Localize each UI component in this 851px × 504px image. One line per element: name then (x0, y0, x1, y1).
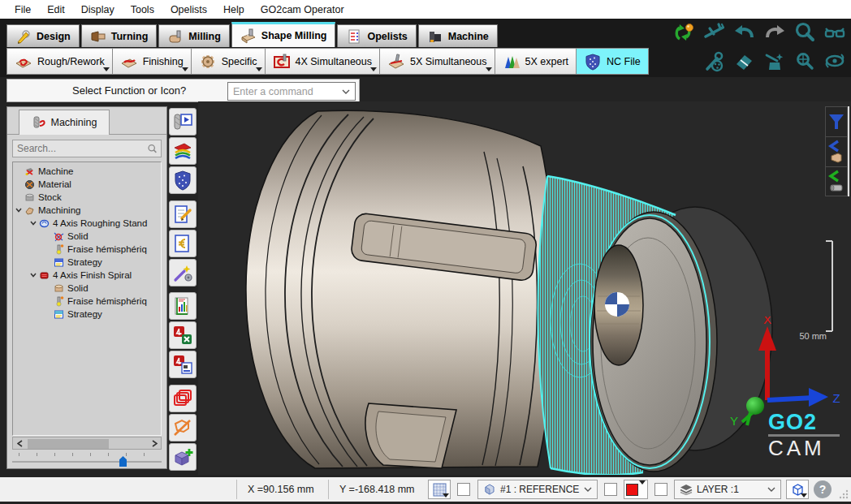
machining-node-icon (24, 205, 35, 216)
solid-cyl-icon (54, 283, 64, 294)
tree-item-machining[interactable]: Machining (13, 204, 161, 217)
filter-button[interactable] (825, 106, 848, 136)
menu-go2cam-operator[interactable]: GO2cam Operator (253, 0, 352, 19)
help-button[interactable]: ? (814, 480, 832, 498)
5x-toolpath-icon (387, 53, 405, 71)
prev-part-button[interactable] (825, 136, 848, 166)
expander-icon[interactable] (28, 221, 39, 226)
subtab-nc-file[interactable]: NC File (577, 48, 649, 75)
simulation-button[interactable] (169, 108, 197, 136)
y-coordinate-readout: Y =-168.418 mm (339, 484, 415, 495)
eraser-button[interactable] (733, 50, 756, 73)
zoom-icon (793, 21, 816, 44)
color-swatch (626, 484, 638, 496)
machine-icon (427, 28, 443, 45)
caliper-button[interactable] (703, 21, 726, 44)
slider-handle[interactable] (119, 456, 127, 467)
slider-track[interactable] (12, 461, 162, 463)
menu-edit[interactable]: Edit (39, 0, 73, 19)
tab-label: Turning (111, 31, 149, 42)
active-color-dropdown[interactable] (624, 480, 648, 499)
tree-zoom-slider[interactable] (9, 451, 166, 468)
menu-opelists[interactable]: Opelists (162, 0, 215, 19)
tree-item-strategy[interactable]: Strategy (13, 256, 161, 269)
surfaces-button[interactable] (169, 385, 197, 412)
zoom-button[interactable] (793, 21, 816, 44)
tab-label: Shape Milling (261, 30, 327, 41)
subtab-5x-simultaneous[interactable]: 5X Simultaneous (380, 48, 495, 75)
magic-wand-button[interactable] (169, 259, 197, 286)
subtab-5x-expert[interactable]: 5X expert (495, 48, 577, 75)
command-combobox[interactable]: Enter a command (227, 82, 356, 101)
tree-item-tool[interactable]: Fraise hémisphériq (13, 295, 161, 308)
expander-icon[interactable] (13, 208, 24, 213)
refresh-view-button[interactable] (823, 50, 846, 73)
tree-item-stock[interactable]: Stock (13, 191, 161, 204)
tab-opelists[interactable]: Opelists (337, 24, 416, 47)
color-apply-checkbox[interactable] (604, 483, 617, 496)
magic-extract-button[interactable] (763, 50, 786, 73)
layer-select[interactable]: LAYER :1 (674, 480, 781, 499)
tab-label: Machine (448, 31, 489, 42)
report-button[interactable] (169, 292, 197, 320)
export-pdf-excel-button[interactable] (169, 321, 197, 349)
render-colors-button[interactable] (169, 137, 197, 165)
expander-icon[interactable] (28, 273, 39, 278)
scrollbar-thumb[interactable] (28, 439, 109, 449)
tree-item-solid[interactable]: Solid (13, 282, 161, 295)
tab-shape-milling[interactable]: Shape Milling (231, 22, 336, 47)
add-solid-button[interactable] (169, 443, 197, 471)
tab-milling[interactable]: Milling (158, 24, 230, 47)
nc-file-button[interactable] (169, 166, 197, 194)
tree-item-machine[interactable]: Machine (13, 165, 161, 178)
resize-grip[interactable] (839, 489, 849, 499)
cost-document-button[interactable] (169, 230, 197, 257)
tab-design[interactable]: Design (6, 24, 80, 47)
tab-machine[interactable]: Machine (418, 24, 498, 47)
pdf-machine-button[interactable] (169, 351, 197, 378)
sync-drop-button[interactable] (673, 21, 696, 44)
subtab-4x-simultaneous[interactable]: 4X Simultaneous (266, 48, 381, 75)
chevron-down-icon (182, 67, 188, 71)
menu-tools[interactable]: Tools (123, 0, 162, 19)
quick-icons-row2 (703, 50, 846, 73)
tree-item-tool[interactable]: Fraise hémisphériq (13, 243, 161, 256)
layer-visibility-checkbox[interactable] (654, 483, 667, 496)
pdf-machine-icon (172, 354, 193, 375)
menu-help[interactable]: Help (215, 0, 253, 19)
view-orientation-button[interactable] (786, 480, 809, 499)
tree-item-strategy[interactable]: Strategy (13, 308, 161, 321)
subtab-rough-rework[interactable]: Rough/Rework (6, 48, 113, 75)
tree-horizontal-scrollbar[interactable] (12, 437, 162, 450)
4x-toolpath-icon (273, 53, 291, 71)
tree-item-finish-op[interactable]: 4 Axis Finish Spiral (13, 269, 161, 282)
tree-item-material[interactable]: Material (13, 178, 161, 191)
subtab-finishing[interactable]: Finishing (113, 48, 192, 75)
redo-button[interactable] (763, 21, 786, 44)
scroll-left-button[interactable] (13, 437, 26, 449)
prev-stock-button[interactable] (825, 166, 848, 196)
search-input[interactable] (13, 143, 147, 154)
scroll-right-button[interactable] (148, 437, 161, 449)
edit-document-button[interactable] (169, 200, 197, 228)
zoom-window-button[interactable] (793, 50, 816, 73)
tab-machining-panel[interactable]: Machining (19, 110, 110, 135)
panel-tab-label: Machining (51, 117, 97, 128)
tree-item-roughing-op[interactable]: 4 Axis Roughing Stand (13, 217, 161, 230)
tree-label: Machining (38, 205, 80, 215)
tool-settings-button[interactable] (703, 50, 726, 73)
undo-button[interactable] (733, 21, 756, 44)
layer-value: LAYER :1 (697, 484, 763, 495)
menu-display[interactable]: Display (73, 0, 123, 19)
tab-turning[interactable]: Turning (81, 24, 158, 47)
axis-y-label: Y (730, 414, 738, 428)
menu-file[interactable]: File (6, 0, 39, 19)
grid-toggle-button[interactable] (428, 480, 451, 499)
review-glasses-button[interactable] (823, 21, 846, 44)
reference-visibility-checkbox[interactable] (457, 483, 470, 496)
reference-select[interactable]: #1 : REFERENCE (477, 480, 598, 499)
tree-item-solid[interactable]: Solid (13, 230, 161, 243)
reference-cube-icon (483, 483, 496, 496)
subtab-specific[interactable]: Specific (192, 48, 266, 75)
hide-profile-button[interactable] (169, 414, 197, 442)
